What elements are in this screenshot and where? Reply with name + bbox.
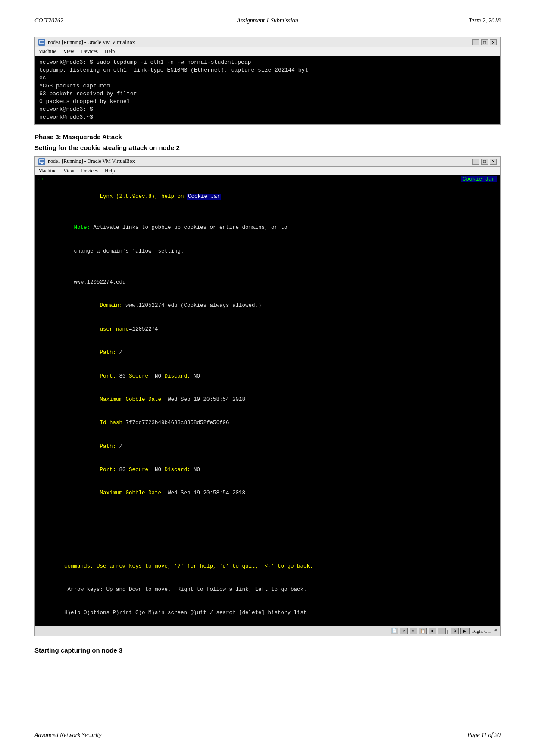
lynx-blank5 bbox=[38, 521, 497, 528]
lynx-footer-area: commands: Use arrow keys to move, '?' fo… bbox=[35, 553, 500, 625]
vbox-titlebar-node1: node1 [Running] - Oracle VM VirtualBox –… bbox=[35, 157, 500, 167]
lynx-blank1 bbox=[38, 208, 497, 216]
titlebar-controls-node1: – □ ✕ bbox=[472, 159, 497, 165]
lynx-port2-line: Port: 80 Secure: NO Discard: NO bbox=[38, 458, 497, 481]
lynx-idhash-line: Id_hash=7f7dd7723b49b4633c8358d52fe56f96 bbox=[38, 411, 497, 434]
vbox-menubar-node3: Machine View Devices Help bbox=[35, 47, 500, 56]
menu-view-node1[interactable]: View bbox=[63, 168, 74, 174]
svg-rect-2 bbox=[40, 159, 44, 163]
lynx-back-arrow: ←← bbox=[38, 176, 45, 182]
titlebar-left: node3 [Running] - Oracle VM VirtualBox bbox=[38, 39, 135, 46]
capture-heading: Starting capturing on node 3 bbox=[34, 647, 501, 654]
vbox-window-node3: node3 [Running] - Oracle VM VirtualBox –… bbox=[34, 37, 501, 125]
footer-left: Advanced Network Security bbox=[34, 732, 102, 739]
header-term: Term 2, 2018 bbox=[345, 17, 501, 24]
menu-machine[interactable]: Machine bbox=[38, 48, 56, 55]
lynx-domain-header: www.12052274.edu bbox=[38, 271, 497, 294]
lynx-path1-line: Path: / bbox=[38, 341, 497, 364]
menu-help[interactable]: Help bbox=[105, 48, 115, 55]
toolbar-separator: | bbox=[447, 628, 449, 634]
close-button-node1[interactable]: ✕ bbox=[490, 159, 497, 165]
lynx-main-content: Lynx (2.8.9dev.8), help on Cookie Jar No… bbox=[35, 183, 500, 554]
maximize-button-node1[interactable]: □ bbox=[481, 159, 488, 165]
header-course: COIT20262 bbox=[34, 17, 190, 24]
menu-help-node1[interactable]: Help bbox=[105, 168, 115, 174]
vbox-titlebar-node3: node3 [Running] - Oracle VM VirtualBox –… bbox=[35, 37, 500, 47]
minimize-button-node1[interactable]: – bbox=[472, 159, 479, 165]
vbox-title-text-node1: node1 [Running] - Oracle VM VirtualBox bbox=[48, 158, 135, 165]
toolbar-icon-5[interactable]: ■ bbox=[429, 628, 436, 634]
lynx-blank7 bbox=[38, 536, 497, 544]
lynx-blank6 bbox=[38, 528, 497, 536]
lynx-blank4 bbox=[38, 513, 497, 521]
lynx-footer-cmd1: commands: Use arrow keys to move, '?' fo… bbox=[38, 554, 497, 578]
page-header: COIT20262 Assignment 1 Submission Term 2… bbox=[34, 17, 501, 24]
svg-rect-1 bbox=[41, 44, 43, 44]
right-ctrl-indicator: ⏎ bbox=[493, 628, 497, 633]
lynx-username-line: user_name=12052274 bbox=[38, 318, 497, 341]
lynx-footer-cmd3: H)elp O)ptions P)rint G)o M)ain screen Q… bbox=[38, 601, 497, 625]
capture-section: Starting capturing on node 3 bbox=[34, 647, 501, 654]
menu-devices-node1[interactable]: Devices bbox=[81, 168, 98, 174]
lynx-note-line1: Note: Activate links to gobble up cookie… bbox=[38, 216, 497, 239]
header-title: Assignment 1 Submission bbox=[190, 17, 345, 24]
menu-view[interactable]: View bbox=[63, 48, 74, 55]
vbox-title-text: node3 [Running] - Oracle VM VirtualBox bbox=[48, 39, 135, 46]
vbox-window-node1: node1 [Running] - Oracle VM VirtualBox –… bbox=[34, 156, 501, 636]
lynx-blank8 bbox=[38, 544, 497, 552]
vbox-icon-node1 bbox=[38, 158, 45, 165]
lynx-title-line: Lynx (2.8.9dev.8), help on Cookie Jar bbox=[38, 185, 497, 208]
toolbar-icon-8[interactable]: ▶ bbox=[460, 628, 470, 634]
page: COIT20262 Assignment 1 Submission Term 2… bbox=[0, 0, 535, 756]
toolbar-icon-1[interactable]: 📄 bbox=[391, 628, 398, 634]
lynx-domain-line: Domain: www.12052274.edu (Cookies always… bbox=[38, 294, 497, 317]
toolbar-icon-7[interactable]: ⚙ bbox=[451, 628, 459, 634]
titlebar-left-node1: node1 [Running] - Oracle VM VirtualBox bbox=[38, 158, 135, 165]
toolbar-icon-3[interactable]: ✏ bbox=[410, 628, 417, 634]
lynx-blank3 bbox=[38, 505, 497, 513]
phase3-heading: Phase 3: Masquerade Attack bbox=[34, 133, 501, 141]
titlebar-controls: – □ ✕ bbox=[472, 39, 497, 45]
lynx-port1-line: Port: 80 Secure: NO Discard: NO bbox=[38, 364, 497, 387]
lynx-footer-cmd2: Arrow keys: Up and Down to move. Right t… bbox=[38, 578, 497, 601]
minimize-button[interactable]: – bbox=[472, 39, 479, 45]
lynx-header: ←← Cookie Jar bbox=[35, 175, 500, 183]
vbox-menubar-node1: Machine View Devices Help bbox=[35, 167, 500, 175]
toolbar-icon-6[interactable]: □ bbox=[438, 628, 446, 634]
menu-devices[interactable]: Devices bbox=[81, 48, 98, 55]
menu-machine-node1[interactable]: Machine bbox=[38, 168, 56, 174]
lynx-toolbar: 📄 ⊙ ✏ 📋 ■ □ | ⚙ ▶ Right Ctrl ⏎ bbox=[35, 626, 500, 636]
maximize-button[interactable]: □ bbox=[481, 39, 488, 45]
page-footer: Advanced Network Security Page 11 of 20 bbox=[34, 732, 501, 739]
lynx-path2-line: Path: / bbox=[38, 435, 497, 458]
toolbar-icon-2[interactable]: ⊙ bbox=[400, 628, 408, 634]
svg-rect-3 bbox=[41, 163, 43, 164]
lynx-cookie-jar-label: Cookie Jar bbox=[461, 176, 497, 182]
close-button[interactable]: ✕ bbox=[490, 39, 497, 45]
toolbar-icon-4[interactable]: 📋 bbox=[419, 628, 427, 634]
right-ctrl-label: Right Ctrl bbox=[472, 628, 491, 634]
cookie-attack-subheading: Setting for the cookie stealing attack o… bbox=[34, 144, 501, 151]
svg-rect-0 bbox=[40, 40, 44, 44]
lynx-note-line2: change a domain's 'allow' setting. bbox=[38, 239, 497, 262]
vbox-icon bbox=[38, 39, 45, 46]
lynx-date1-line: Maximum Gobble Date: Wed Sep 19 20:58:54… bbox=[38, 388, 497, 411]
lynx-date2-line: Maximum Gobble Date: Wed Sep 19 20:58:54… bbox=[38, 481, 497, 505]
footer-right: Page 11 of 20 bbox=[467, 732, 501, 739]
lynx-blank2 bbox=[38, 263, 497, 271]
terminal-output-node3: network@node3:~$ sudo tcpdump -i eth1 -n… bbox=[35, 56, 500, 124]
